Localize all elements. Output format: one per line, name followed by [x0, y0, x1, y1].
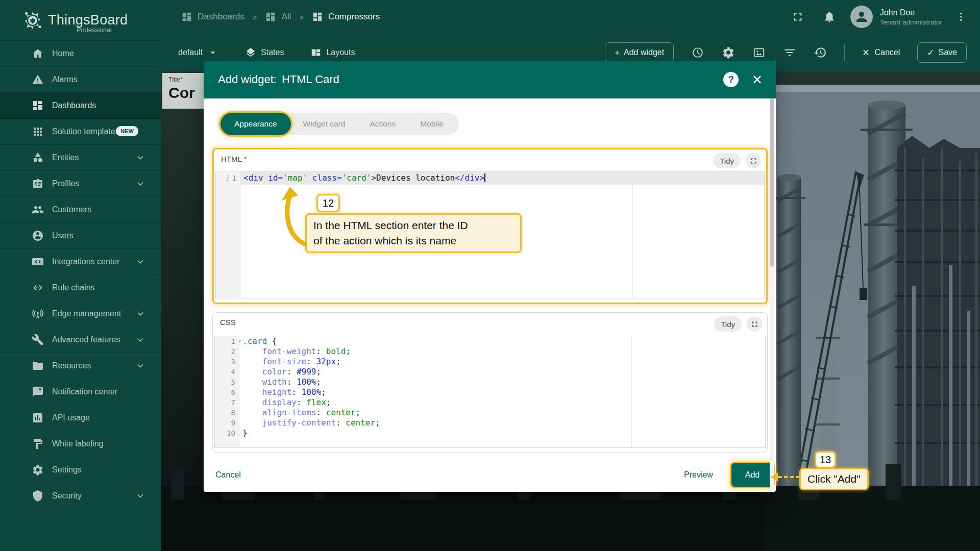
css-code-content[interactable]: font-weight: bold;: [239, 346, 765, 357]
sidebar-item-label: Edge management: [52, 309, 121, 318]
add-widget-dialog: Add widget: HTML Card ? ✕ AppearanceWidg…: [204, 61, 776, 492]
sidebar-item-label: Notification center: [52, 387, 117, 396]
html-expand-button[interactable]: [746, 153, 761, 168]
dashboards-icon: [312, 11, 323, 22]
css-code-content[interactable]: }: [239, 428, 765, 438]
scrollbar-thumb[interactable]: [770, 98, 774, 267]
sidebar-item-advanced-features[interactable]: Advanced features: [0, 327, 161, 353]
clock-icon: [691, 46, 704, 59]
app-logo[interactable]: ThingsBoard Professional: [0, 0, 161, 41]
add-button[interactable]: Add: [731, 463, 773, 487]
sidebar-item-resources[interactable]: Resources: [0, 353, 161, 379]
line-number: 1▾: [215, 336, 239, 346]
sidebar-item-label: Home: [52, 49, 74, 58]
dialog-close-button[interactable]: ✕: [752, 73, 763, 86]
layouts-button[interactable]: Layouts: [310, 47, 355, 58]
version-history-button[interactable]: [814, 46, 827, 59]
sidebar-item-api-usage[interactable]: API usage: [0, 405, 161, 431]
dialog-header-actions: ? ✕: [723, 72, 763, 87]
breadcrumb-all[interactable]: All: [265, 11, 291, 22]
css-code-content[interactable]: .card {: [239, 336, 765, 346]
user-role: Tenant administrator: [880, 18, 942, 26]
users-icon: [32, 230, 44, 242]
css-code-content[interactable]: color: #999;: [239, 367, 765, 377]
sidebar-item-solution-templates[interactable]: Solution templatesNEW: [0, 119, 161, 145]
states-button[interactable]: States: [245, 47, 284, 58]
avatar[interactable]: [850, 6, 873, 28]
add-widget-label: Add widget: [624, 48, 664, 57]
sidebar-item-integrations-center[interactable]: Integrations center: [0, 249, 161, 275]
sidebar-item-security[interactable]: Security: [0, 483, 161, 509]
css-tidy-button[interactable]: Tidy: [714, 316, 742, 332]
more-menu-button[interactable]: [955, 11, 967, 22]
edge-management-icon: [32, 308, 44, 320]
help-button[interactable]: ?: [723, 72, 739, 87]
solution-templates-icon: [32, 126, 44, 138]
sidebar-item-profiles[interactable]: Profiles: [0, 171, 161, 197]
html-code-content[interactable]: <div id='map' class='card'>Devices locat…: [240, 171, 764, 185]
tab-actions[interactable]: Actions: [357, 113, 408, 135]
css-code-content[interactable]: display: flex;: [239, 397, 765, 408]
sidebar-item-rule-chains[interactable]: Rule chains: [0, 275, 161, 301]
dialog-widget-type: HTML Card: [282, 73, 339, 86]
sidebar-item-edge-management[interactable]: Edge management: [0, 301, 161, 327]
sidebar-item-white-labeling[interactable]: White labeling: [0, 431, 161, 457]
css-code-content[interactable]: height: 100%;: [239, 387, 765, 397]
css-code-content[interactable]: font-size: 32px;: [239, 357, 765, 367]
timewindow-button[interactable]: [691, 46, 704, 59]
sidebar-item-settings[interactable]: Settings: [0, 457, 161, 483]
css-code-line: 4 color: #999;: [215, 367, 765, 377]
cancel-edit-button[interactable]: ✕ Cancel: [862, 42, 900, 63]
css-expand-button[interactable]: [747, 316, 762, 332]
add-widget-button[interactable]: + Add widget: [605, 42, 674, 63]
dashboard-settings-button[interactable]: [722, 46, 735, 59]
tab-appearance[interactable]: Appearance: [220, 113, 291, 135]
breadcrumb-dashboards[interactable]: Dashboards: [181, 11, 244, 22]
dialog-cancel-button[interactable]: Cancel: [215, 470, 241, 480]
annotation-connector-line: [778, 476, 800, 478]
fold-caret-icon[interactable]: ▾: [238, 336, 241, 346]
preview-button[interactable]: Preview: [684, 470, 713, 480]
dashboard-image-button[interactable]: [752, 46, 766, 59]
expand-icon: [749, 157, 758, 165]
sidebar-item-alarms[interactable]: Alarms: [0, 67, 161, 93]
app-edition: Professional: [77, 27, 112, 34]
dialog-scrollbar[interactable]: [770, 98, 774, 491]
tab-widget-card[interactable]: Widget card: [291, 113, 358, 135]
sidebar-item-label: Advanced features: [52, 335, 120, 344]
breadcrumb-compressors[interactable]: Compressors: [312, 11, 380, 22]
filter-button[interactable]: [783, 46, 796, 59]
breadcrumb-separator: >: [299, 13, 304, 21]
sidebar-item-label: Resources: [52, 361, 91, 370]
sidebar-item-dashboards[interactable]: Dashboards: [0, 93, 161, 119]
sidebar-item-users[interactable]: Users: [0, 223, 161, 249]
sidebar: ThingsBoard Professional HomeAlarmsDashb…: [0, 0, 161, 551]
css-code-editor[interactable]: 1▾.card {2 font-weight: bold;3 font-size…: [214, 336, 766, 448]
fullscreen-button[interactable]: [791, 10, 804, 23]
css-code-content[interactable]: justify-content: center;: [239, 418, 765, 428]
line-number: 9: [215, 418, 239, 428]
white-labeling-icon: [32, 438, 44, 450]
save-button[interactable]: ✓ Save: [917, 42, 967, 63]
profiles-icon: [32, 178, 44, 190]
chevron-down-icon: [135, 153, 145, 163]
annotation-arrow-icon: [278, 187, 310, 247]
top-bar: Dashboards>All>Compressors John Doe Tena…: [161, 0, 980, 34]
notifications-button[interactable]: [823, 10, 836, 23]
sidebar-item-entities[interactable]: Entities: [0, 145, 161, 171]
resources-icon: [32, 360, 44, 372]
tab-mobile[interactable]: Mobile: [408, 113, 456, 135]
css-code-content[interactable]: align-items: center;: [239, 408, 765, 418]
css-code-line: 6 height: 100%;: [215, 387, 765, 397]
sidebar-item-customers[interactable]: Customers: [0, 197, 161, 223]
state-selector[interactable]: default: [178, 47, 218, 58]
html-tidy-button[interactable]: Tidy: [713, 153, 741, 168]
toolbar-divider: [844, 44, 845, 61]
sidebar-item-home[interactable]: Home: [0, 41, 161, 67]
user-menu[interactable]: John Doe Tenant administrator: [880, 8, 942, 26]
dialog-title: Add widget: HTML Card: [218, 73, 339, 86]
css-code-content[interactable]: width: 100%;: [239, 377, 765, 387]
gear-icon: [722, 46, 735, 59]
sidebar-item-notification-center[interactable]: Notification center: [0, 379, 161, 405]
customers-icon: [32, 204, 44, 216]
